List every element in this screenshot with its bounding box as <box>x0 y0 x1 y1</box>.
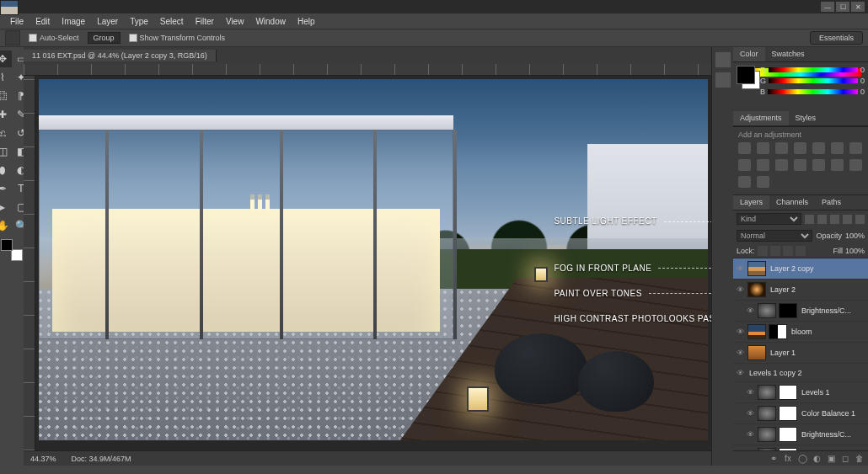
styles-tab[interactable]: Styles <box>789 111 823 125</box>
path-select-tool-icon[interactable]: ▸ <box>0 199 12 216</box>
background-color-swatch[interactable] <box>11 249 23 261</box>
layer-name[interactable]: Layer 1 <box>769 349 866 357</box>
lock-position-icon[interactable] <box>783 246 793 256</box>
adjustment-threshold-icon[interactable] <box>849 159 862 171</box>
color-tab[interactable]: Color <box>733 47 765 61</box>
menu-layer[interactable]: Layer <box>92 15 123 28</box>
adjustment-gradientmap-icon[interactable] <box>738 176 751 188</box>
move-tool-preset-icon[interactable] <box>5 30 20 45</box>
layer-row[interactable]: 👁Color Balance 1 <box>733 403 868 424</box>
paths-tab[interactable]: Paths <box>815 195 848 210</box>
layer-row[interactable]: 👁Layer 2 copy <box>733 258 868 280</box>
channels-tab[interactable]: Channels <box>769 195 815 210</box>
adjustment-vibrance-icon[interactable] <box>812 142 825 154</box>
minimize-button[interactable]: — <box>821 2 834 12</box>
maximize-button[interactable]: ☐ <box>836 2 849 12</box>
delete-layer-icon[interactable]: 🗑 <box>855 454 865 464</box>
layer-visibility-icon[interactable]: 👁 <box>735 264 745 273</box>
auto-select-mode[interactable]: Group <box>88 32 121 44</box>
layer-mask-icon[interactable]: ◯ <box>797 454 807 464</box>
layer-list[interactable]: 👁Layer 2 copy👁Layer 2👁Brightness/C...👁bl… <box>733 258 868 450</box>
blend-mode-select[interactable]: Normal <box>737 230 812 242</box>
foreground-color-swatch[interactable] <box>1 239 13 251</box>
blur-tool-icon[interactable]: ⬮ <box>0 162 12 178</box>
layer-visibility-icon[interactable]: 👁 <box>735 285 745 294</box>
layer-thumbnail[interactable] <box>747 345 766 360</box>
layer-name[interactable]: Brightness/C... <box>800 306 866 315</box>
color-fg-swatch[interactable] <box>737 66 755 84</box>
new-adjustment-icon[interactable]: ◐ <box>812 454 822 464</box>
menu-edit[interactable]: Edit <box>30 15 55 28</box>
ruler-vertical[interactable] <box>24 76 35 450</box>
layer-row[interactable]: 👁bloom <box>733 322 868 343</box>
layer-name[interactable]: Layer 2 <box>769 285 866 294</box>
menu-help[interactable]: Help <box>292 15 320 28</box>
layer-name[interactable]: bloom <box>790 328 866 336</box>
healing-brush-tool-icon[interactable]: ✚ <box>0 106 12 123</box>
layer-name[interactable]: Levels 1 <box>800 388 866 397</box>
adjustment-brightness-icon[interactable] <box>738 142 751 154</box>
layer-name[interactable]: Levels 1 copy 2 <box>747 369 866 377</box>
layer-visibility-icon[interactable]: 👁 <box>735 369 745 377</box>
lock-pixels-icon[interactable] <box>770 246 780 256</box>
adjustment-selectivecolor-icon[interactable] <box>757 176 769 188</box>
layer-thumbnail[interactable] <box>747 324 766 339</box>
adjustment-invert-icon[interactable] <box>812 159 825 171</box>
layer-row[interactable]: 👁Levels 1 <box>733 382 868 403</box>
layer-thumbnail[interactable] <box>758 303 776 318</box>
history-panel-icon[interactable] <box>715 52 731 67</box>
menu-window[interactable]: Window <box>250 15 291 28</box>
show-transform-checkbox[interactable]: Show Transform Controls <box>129 34 226 42</box>
adjustment-photofilter-icon[interactable] <box>757 159 769 171</box>
layer-name[interactable]: Layer 2 copy <box>769 264 866 273</box>
adjustment-channelmixer-icon[interactable] <box>775 159 788 171</box>
filter-adjust-icon[interactable] <box>817 215 827 224</box>
layer-thumbnail[interactable] <box>758 385 776 400</box>
ruler-horizontal[interactable] <box>24 64 711 76</box>
canvas-viewport[interactable]: SUBTLE LIGHT EFFECTFOG IN FRONT PLANEPAI… <box>35 76 711 450</box>
clone-stamp-tool-icon[interactable]: ⎌ <box>0 125 12 141</box>
layer-name[interactable]: Color Balance 1 <box>800 409 866 418</box>
layer-kind-filter[interactable]: Kind <box>737 213 801 225</box>
adjustment-colorlookup-icon[interactable] <box>794 159 806 171</box>
menu-view[interactable]: View <box>221 15 249 28</box>
layer-mask-thumbnail[interactable] <box>779 385 797 400</box>
layer-visibility-icon[interactable]: 👁 <box>745 306 755 315</box>
properties-panel-icon[interactable] <box>715 72 731 88</box>
lasso-tool-icon[interactable]: ⌇ <box>0 69 12 86</box>
adjustment-exposure-icon[interactable] <box>794 142 806 154</box>
layers-tab[interactable]: Layers <box>733 195 769 210</box>
new-group-icon[interactable]: ▣ <box>826 454 836 464</box>
pen-tool-icon[interactable]: ✒ <box>0 180 12 197</box>
adjustment-hue-icon[interactable] <box>831 142 844 154</box>
adjustments-tab[interactable]: Adjustments <box>733 111 789 125</box>
layer-visibility-icon[interactable]: 👁 <box>745 388 755 397</box>
zoom-level[interactable]: 44.37% <box>30 455 56 463</box>
layer-visibility-icon[interactable]: 👁 <box>735 328 745 336</box>
menu-filter[interactable]: Filter <box>190 15 219 28</box>
adjustment-curves-icon[interactable] <box>775 142 788 154</box>
adjustment-posterize-icon[interactable] <box>831 159 844 171</box>
layer-row[interactable]: 👁Levels 1 copy 2 <box>733 364 868 382</box>
adjustment-bw-icon[interactable] <box>738 159 751 171</box>
layer-thumbnail[interactable] <box>747 261 766 276</box>
lock-transparency-icon[interactable] <box>758 246 768 256</box>
filter-shape-icon[interactable] <box>843 215 852 224</box>
layer-mask-thumbnail[interactable] <box>779 303 797 318</box>
fill-value[interactable]: 100% <box>845 247 865 255</box>
menu-image[interactable]: Image <box>56 15 90 28</box>
eraser-tool-icon[interactable]: ◫ <box>0 143 12 160</box>
adjustment-colorbalance-icon[interactable] <box>849 142 862 154</box>
move-tool-icon[interactable]: ✥ <box>0 51 12 67</box>
layer-row[interactable]: 👁Layer 1 <box>733 343 868 364</box>
layer-mask-thumbnail[interactable] <box>769 324 787 339</box>
opacity-value[interactable]: 100% <box>845 232 865 240</box>
lock-all-icon[interactable] <box>796 246 806 256</box>
layer-row[interactable]: 👁Layer 2 <box>733 280 868 301</box>
menu-file[interactable]: File <box>5 15 29 28</box>
filter-smart-icon[interactable] <box>855 215 865 224</box>
auto-select-checkbox[interactable]: Auto-Select <box>29 34 79 42</box>
hand-tool-icon[interactable]: ✋ <box>0 217 12 234</box>
swatches-tab[interactable]: Swatches <box>765 47 812 61</box>
layer-row[interactable]: 👁Brightness/C... <box>733 301 868 322</box>
